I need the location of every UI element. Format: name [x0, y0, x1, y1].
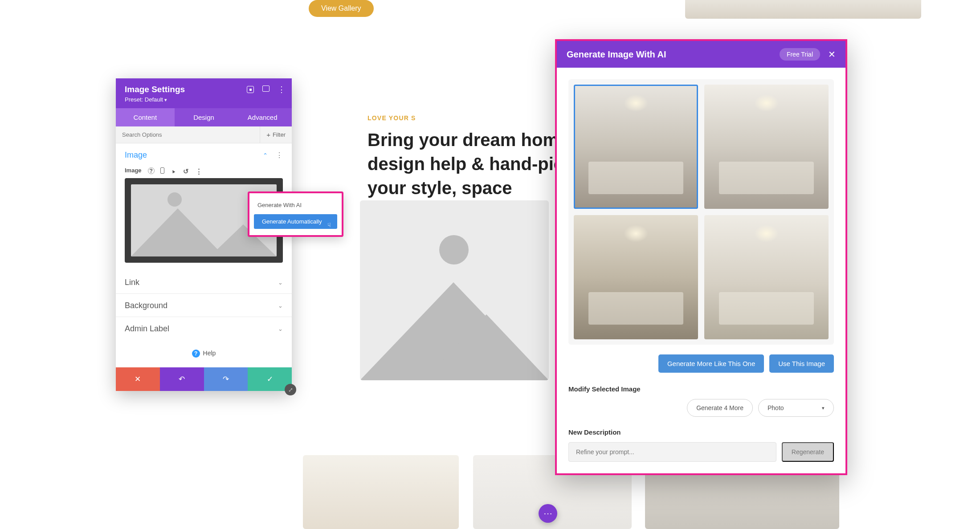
focus-icon[interactable]	[246, 85, 254, 94]
image-section-body: Image Generate With AI Generate Automati…	[116, 167, 292, 271]
generated-image-2[interactable]	[704, 85, 829, 209]
room-preview	[574, 85, 698, 209]
generate-more-button[interactable]: Generate More Like This One	[658, 354, 764, 373]
settings-footer: ✕ ↶ ↷ ✓	[116, 367, 292, 391]
section-image-title: Image	[125, 151, 147, 160]
ai-generate-dropdown: Generate With AI Generate Automatically …	[248, 191, 343, 237]
room-preview	[704, 85, 829, 209]
generate-image-ai-modal: Generate Image With AI Free Trial ✕ Gene…	[555, 39, 847, 475]
menu-generate-with-ai[interactable]: Generate With AI	[249, 198, 342, 212]
chevron-down-icon: ⌄	[278, 302, 283, 309]
search-row: Filter	[116, 126, 292, 143]
menu-generate-auto-label: Generate Automatically	[262, 218, 322, 225]
headline-line-2: design help & hand-picke	[368, 154, 584, 174]
generated-image-grid	[568, 79, 834, 345]
image-settings-panel: Image Settings Preset: Default Content D…	[116, 78, 292, 391]
cursor-pointer-icon: ☟	[327, 222, 331, 228]
placeholder-sun-icon	[167, 192, 182, 207]
style-select[interactable]: Photo	[758, 399, 834, 417]
modify-heading: Modify Selected Image	[568, 385, 834, 393]
redo-button[interactable]: ↷	[204, 367, 248, 391]
help-icon[interactable]	[148, 167, 154, 174]
chevron-down-icon: ⌄	[278, 279, 283, 286]
modal-header: Generate Image With AI Free Trial ✕	[557, 41, 845, 68]
settings-tabs: Content Design Advanced	[116, 108, 292, 126]
search-input[interactable]	[116, 126, 260, 143]
close-button[interactable]: ✕	[116, 367, 160, 391]
section-admin-label-title: Admin Label	[125, 324, 169, 334]
style-select-value: Photo	[768, 404, 784, 411]
filter-button[interactable]: Filter	[260, 126, 292, 143]
generated-image-4[interactable]	[704, 215, 829, 339]
kebab-menu-icon[interactable]	[278, 85, 286, 94]
resize-handle[interactable]	[285, 384, 296, 395]
tab-content[interactable]: Content	[116, 108, 175, 126]
section-link-title: Link	[125, 278, 139, 287]
field-menu-icon[interactable]	[196, 167, 202, 174]
room-preview	[704, 215, 829, 339]
chevron-up-icon: ⌄	[263, 152, 268, 159]
view-gallery-button[interactable]: View Gallery	[309, 0, 374, 17]
settings-header: Image Settings Preset: Default	[116, 78, 292, 108]
placeholder-mountain-icon	[360, 254, 549, 380]
generate-4-more-button[interactable]: Generate 4 More	[687, 399, 753, 417]
room-preview	[574, 215, 698, 339]
free-trial-pill[interactable]: Free Trial	[780, 48, 820, 61]
section-admin-label-header[interactable]: Admin Label ⌄	[125, 324, 283, 334]
hero-image-fragment	[685, 0, 921, 19]
chevron-down-icon: ⌄	[278, 326, 283, 332]
section-background-title: Background	[125, 301, 167, 310]
modify-section: Modify Selected Image Generate 4 More Ph…	[568, 385, 834, 417]
tab-advanced[interactable]: Advanced	[233, 108, 292, 126]
section-background-header[interactable]: Background ⌄	[125, 301, 283, 310]
image-upload-placeholder[interactable]: Generate With AI Generate Automatically …	[125, 178, 283, 263]
page-fab-button[interactable]	[539, 504, 557, 523]
section-menu-icon[interactable]: ⋮	[276, 151, 283, 159]
gallery-thumb-1[interactable]	[303, 455, 459, 529]
headline-line-3: your style, space	[368, 178, 512, 198]
generated-image-3[interactable]	[574, 215, 698, 339]
prompt-input[interactable]	[568, 442, 776, 462]
section-link-header[interactable]: Link ⌄	[125, 278, 283, 287]
new-description-section: New Description Regenerate	[568, 428, 834, 462]
regenerate-button[interactable]: Regenerate	[782, 442, 834, 462]
mobile-preview-icon[interactable]	[160, 167, 164, 174]
reset-icon[interactable]	[183, 167, 189, 174]
modal-title: Generate Image With AI	[567, 49, 666, 60]
menu-generate-automatically[interactable]: Generate Automatically ☟	[254, 214, 337, 229]
responsive-icon[interactable]	[262, 85, 270, 92]
section-image-header[interactable]: Image ⌄ ⋮	[125, 151, 283, 160]
undo-button[interactable]: ↶	[160, 367, 204, 391]
new-description-heading: New Description	[568, 428, 834, 436]
generated-image-1[interactable]	[574, 85, 698, 209]
modal-body: Generate More Like This One Use This Ima…	[557, 68, 845, 473]
close-icon[interactable]: ✕	[828, 49, 836, 60]
page-image-placeholder[interactable]	[360, 200, 549, 380]
image-field-label: Image	[125, 167, 142, 174]
help-link[interactable]: Help	[116, 340, 292, 367]
use-this-image-button[interactable]: Use This Image	[769, 354, 834, 373]
preset-dropdown[interactable]: Preset: Default	[125, 96, 283, 103]
tab-design[interactable]: Design	[175, 108, 233, 126]
hover-icon[interactable]	[171, 167, 177, 174]
